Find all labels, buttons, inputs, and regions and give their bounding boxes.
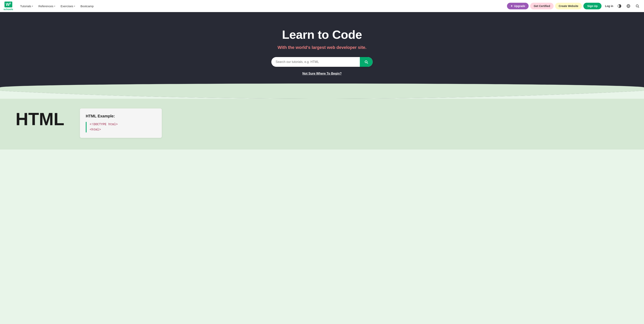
chevron-down-icon: ▾	[74, 5, 75, 7]
logo-sup: 3	[10, 2, 11, 5]
hero-section: Learn to Code With the world's largest w…	[0, 12, 644, 99]
not-sure-link[interactable]: Not Sure Where To Begin?	[302, 72, 342, 75]
code-line-1: <!DOCTYPE html>	[90, 122, 156, 127]
html-section-label: HTML	[16, 108, 64, 128]
chevron-down-icon: ▾	[54, 5, 55, 7]
code-example-box: HTML Example: <!DOCTYPE html> <html>	[80, 108, 162, 138]
nav-exercises[interactable]: Exercises ▾	[58, 3, 78, 9]
navbar: W3 schools Tutorials ▾ References ▾ Exer…	[0, 0, 644, 12]
search-icon	[364, 60, 368, 64]
hero-subtitle: With the world's largest web developer s…	[4, 45, 640, 50]
svg-line-5	[638, 7, 639, 8]
search-input[interactable]	[271, 57, 360, 67]
nav-icon-group	[616, 3, 640, 9]
log-in-button[interactable]: Log in	[603, 3, 615, 9]
nav-tutorials[interactable]: Tutorials ▾	[18, 3, 35, 9]
sparkle-icon: ✦	[510, 4, 513, 7]
logo-w: W	[6, 2, 10, 7]
content-section: HTML HTML Example: <!DOCTYPE html> <html…	[0, 99, 644, 150]
code-line-2: <html>	[90, 127, 156, 132]
chevron-down-icon: ▾	[32, 5, 33, 7]
theme-toggle-icon[interactable]	[616, 3, 622, 9]
nav-actions: ✦ Upgrade Get Certified Create Website S…	[507, 3, 615, 9]
logo-icon: W3	[4, 1, 12, 7]
logo-schools: schools	[4, 8, 13, 11]
upgrade-button[interactable]: ✦ Upgrade	[507, 3, 528, 9]
search-button[interactable]	[360, 57, 373, 67]
create-website-button[interactable]: Create Website	[555, 3, 582, 9]
nav-bootcamp[interactable]: Bootcamp	[78, 3, 96, 9]
search-icon[interactable]	[634, 3, 640, 9]
search-bar	[271, 57, 373, 67]
sign-up-button[interactable]: Sign Up	[584, 3, 602, 9]
nav-references[interactable]: References ▾	[36, 3, 58, 9]
language-icon[interactable]	[625, 3, 632, 9]
hero-heading: Learn to Code	[4, 28, 640, 41]
get-certified-button[interactable]: Get Certified	[530, 3, 554, 9]
code-example-title: HTML Example:	[86, 114, 156, 118]
nav-links: Tutorials ▾ References ▾ Exercises ▾ Boo…	[18, 3, 507, 9]
svg-point-4	[636, 5, 638, 7]
code-block: <!DOCTYPE html> <html>	[86, 122, 156, 132]
logo-link[interactable]: W3 schools	[4, 1, 13, 11]
